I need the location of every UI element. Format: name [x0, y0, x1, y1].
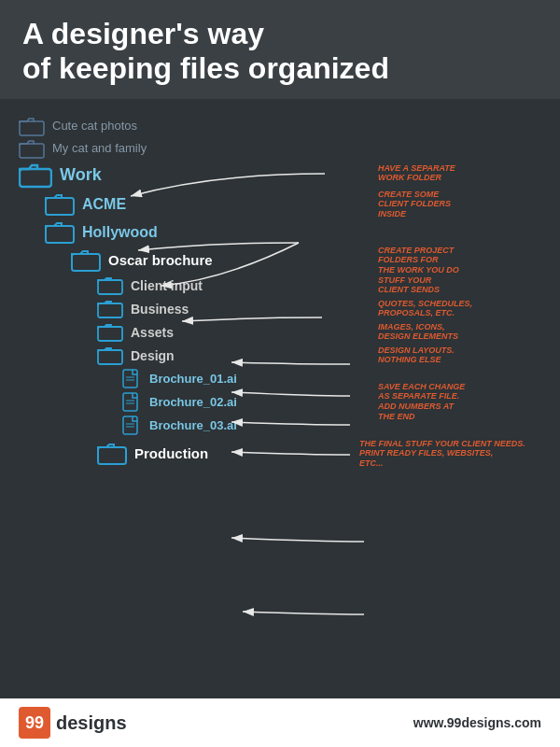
- svg-rect-7: [98, 303, 122, 317]
- work-label: Work: [60, 165, 102, 185]
- svg-rect-3: [46, 198, 74, 215]
- file-icon-3: [121, 416, 142, 436]
- design-label: Design: [131, 348, 175, 363]
- oscar-item: Oscar brochure CREATE PROJECTFOLDERS FOR…: [71, 248, 541, 273]
- acme-annotation: CREATE SOMECLIENT FOLDERSINSIDE: [378, 189, 532, 218]
- footer: 99 designs www.99designs.com: [0, 698, 560, 747]
- logo-box: 99: [19, 707, 50, 739]
- work-annotation: HAVE A SEPARATEWORK FOLDER: [378, 163, 532, 184]
- oscar-label: Oscar brochure: [108, 252, 213, 268]
- business-item: Business QUOTES, SCHEDULES,PROPOSALS, ET…: [97, 299, 541, 319]
- file-icon-1: [121, 369, 142, 389]
- hollywood-folder-icon: [45, 220, 75, 245]
- svg-rect-13: [123, 393, 137, 411]
- svg-rect-4: [46, 226, 74, 243]
- oscar-folder-icon: [71, 248, 101, 273]
- business-folder-icon: [97, 299, 123, 319]
- work-item: Work HAVE A SEPARATEWORK FOLDER: [19, 162, 541, 189]
- brochure03-label: Brochure_03.ai: [149, 418, 237, 432]
- assets-annotation: IMAGES, ICONS,DESIGN ELEMENTS: [378, 322, 532, 343]
- hollywood-label: Hollywood: [82, 224, 158, 241]
- brochure01-label: Brochure_01.ai: [149, 372, 237, 386]
- svg-rect-9: [98, 350, 122, 364]
- production-label: Production: [134, 445, 208, 461]
- brochure02-item: Brochure_02.ai SAVE EACH CHANGEAS SEPARA…: [121, 392, 541, 413]
- cute-cat-label: Cute cat photos: [52, 119, 137, 133]
- client-folder-icon: [97, 275, 123, 296]
- svg-rect-5: [72, 254, 100, 271]
- client-input-label: Client input: [131, 278, 203, 293]
- work-folder-icon: [19, 162, 52, 189]
- acme-folder-icon: [45, 192, 75, 217]
- production-folder-icon: [97, 442, 127, 466]
- assets-item: Assets IMAGES, ICONS,DESIGN ELEMENTS: [97, 322, 541, 343]
- acme-label: ACME: [82, 196, 126, 213]
- svg-rect-2: [20, 169, 51, 187]
- logo-brand: designs: [56, 712, 127, 734]
- header: A designer's way of keeping files organi…: [0, 0, 560, 99]
- acme-item: ACME CREATE SOMECLIENT FOLDERSINSIDE: [45, 192, 541, 217]
- svg-rect-6: [98, 280, 122, 294]
- design-folder-icon: [97, 345, 123, 366]
- svg-rect-16: [123, 416, 137, 434]
- production-item: Production THE FINAL STUFF YOUR CLIENT N…: [97, 442, 541, 466]
- assets-label: Assets: [131, 325, 174, 340]
- svg-rect-1: [20, 144, 44, 158]
- oscar-annotation: CREATE PROJECTFOLDERS FORTHE WORK YOU DO: [378, 245, 532, 275]
- folder-dim-icon: [19, 116, 45, 136]
- my-cat-label: My cat and family: [52, 141, 147, 155]
- client-annotation: STUFF YOURCLIENT SENDS: [378, 275, 532, 296]
- business-annotation: QUOTES, SCHEDULES,PROPOSALS, ETC.: [378, 299, 532, 319]
- svg-rect-19: [98, 447, 126, 464]
- list-item: My cat and family: [19, 138, 541, 159]
- folder-dim-icon2: [19, 138, 45, 159]
- svg-rect-8: [98, 327, 122, 341]
- content-area: Cute cat photos My cat and family Work H…: [0, 99, 560, 477]
- svg-rect-10: [123, 370, 137, 388]
- brochure03-item: Brochure_03.ai: [121, 416, 541, 436]
- design-annotation: DESIGN LAYOUTS.NOTHING ELSE: [378, 345, 532, 366]
- list-item: Cute cat photos: [19, 116, 541, 136]
- footer-url: www.99designs.com: [413, 715, 541, 730]
- brochure02-label: Brochure_02.ai: [149, 395, 237, 409]
- assets-folder-icon: [97, 322, 123, 343]
- file-icon-2: [121, 392, 142, 413]
- production-annotation: THE FINAL STUFF YOUR CLIENT NEEDS.PRINT …: [359, 438, 532, 468]
- design-item: Design DESIGN LAYOUTS.NOTHING ELSE: [97, 345, 541, 366]
- footer-logo: 99 designs: [19, 707, 127, 739]
- hollywood-item: Hollywood: [45, 220, 541, 245]
- business-label: Business: [131, 302, 189, 317]
- page-title: A designer's way of keeping files organi…: [22, 17, 538, 86]
- svg-rect-0: [20, 121, 44, 135]
- client-input-item: Client input STUFF YOURCLIENT SENDS: [97, 275, 541, 296]
